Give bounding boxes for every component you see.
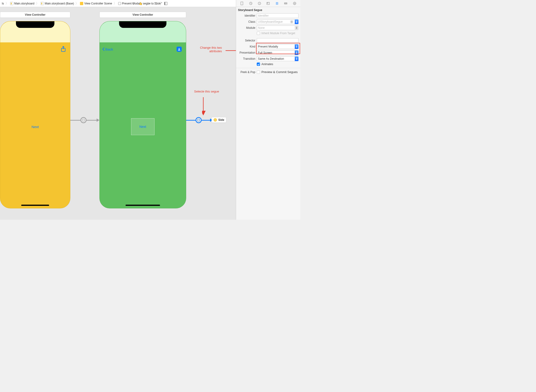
segue-kind-icon	[80, 117, 86, 123]
annotation-change-attributes: Change this two attributes	[200, 46, 222, 53]
segue-line	[186, 120, 196, 121]
dropdown-stepper-icon[interactable]	[295, 50, 298, 55]
clear-icon[interactable]: ✕	[290, 20, 293, 23]
inherit-module-checkbox[interactable]	[257, 32, 260, 35]
scene-icon	[80, 2, 83, 5]
dropdown-stepper-icon[interactable]	[295, 19, 298, 24]
storyboard-reference-side[interactable]: Side	[211, 117, 226, 123]
segue-kind-icon	[196, 117, 202, 123]
svg-text:?: ?	[259, 2, 260, 5]
dropdown-stepper-icon[interactable]	[295, 44, 298, 49]
warning-icon[interactable]	[138, 1, 143, 6]
breadcrumb-label: ls	[2, 2, 4, 5]
checkbox-label: Preview & Commit Segues	[261, 70, 298, 74]
identifier-row: Identifier	[236, 13, 300, 19]
adjust-editor-icon[interactable]	[163, 1, 168, 6]
download-icon[interactable]	[177, 47, 182, 52]
field-label: Peek & Pop	[238, 70, 255, 74]
segue-line	[86, 120, 97, 121]
module-row: Module None	[236, 25, 300, 31]
presentation-select[interactable]: Full Screen	[257, 50, 295, 55]
nav-back-button[interactable]	[131, 1, 136, 6]
notch-icon	[16, 21, 54, 28]
inspector-panel: ? Storyboard Segue Identifier Class UISt…	[236, 0, 300, 220]
device-frame: Next	[0, 21, 70, 208]
class-select[interactable]: UIStoryboardSegue ✕	[257, 19, 295, 24]
dropdown-stepper-icon[interactable]	[295, 56, 298, 61]
scene-view-controller-1[interactable]: View Controller Next	[0, 12, 70, 208]
help-inspector-tab[interactable]: ?	[257, 1, 262, 6]
module-select[interactable]: None	[257, 26, 295, 30]
divider	[161, 1, 161, 6]
arrow-right-icon	[97, 118, 99, 122]
segue-line	[202, 120, 210, 121]
chevron-right-icon: 〉	[74, 1, 80, 6]
annotation-line: attributes	[200, 49, 222, 53]
svg-rect-3	[164, 2, 165, 5]
divider	[236, 68, 300, 68]
preview-commit-checkbox[interactable]	[257, 70, 260, 74]
scene-title[interactable]: View Controller	[0, 12, 70, 18]
kind-row: Kind Present Modally	[236, 44, 300, 50]
field-label: Selector	[238, 39, 255, 42]
scene-view-controller-2[interactable]: View Controller Back Next	[99, 12, 186, 208]
transition-select[interactable]: Same As Destination	[257, 56, 295, 61]
annotation-select-segue: Selecte this segue	[194, 90, 219, 93]
outline-icon[interactable]	[153, 1, 158, 6]
inspector-section-title: Storyboard Segue	[236, 7, 300, 13]
field-label: Identifier	[238, 14, 255, 17]
class-value: UIStoryboardSegue	[258, 20, 282, 23]
segue-line	[70, 120, 80, 121]
storyboard-file-icon	[41, 2, 44, 5]
svg-rect-10	[267, 3, 268, 4]
dropdown-stepper-icon[interactable]	[295, 26, 298, 30]
back-label: Back	[105, 47, 113, 51]
size-inspector-tab[interactable]	[283, 1, 288, 6]
container-view[interactable]: Next	[131, 118, 154, 135]
peek-pop-row: Peek & Pop Preview & Commit Segues	[236, 70, 300, 75]
checkbox-label: Inherit Module From Target	[261, 32, 295, 35]
identifier-input[interactable]	[257, 13, 298, 18]
field-label: Kind	[238, 45, 255, 48]
svg-rect-5	[241, 2, 243, 5]
chevron-right-icon: 〉	[113, 1, 118, 6]
home-indicator-icon	[125, 205, 160, 206]
animates-checkbox[interactable]	[257, 62, 260, 66]
inspector-tab-bar: ?	[236, 0, 300, 7]
svg-rect-0	[140, 3, 141, 4]
back-button[interactable]: Back	[102, 47, 113, 51]
chevron-right-icon: 〉	[35, 1, 40, 6]
breadcrumb-item[interactable]: Main.storyboard (Base)	[40, 2, 75, 5]
share-icon[interactable]	[61, 46, 66, 53]
svg-rect-1	[140, 4, 141, 5]
selector-input[interactable]	[257, 38, 298, 43]
nav-forward-button[interactable]	[146, 1, 151, 6]
annotation-line: Change this two	[200, 46, 222, 49]
connections-inspector-tab[interactable]	[292, 1, 297, 6]
transition-row: Transition Same As Destination	[236, 56, 300, 62]
scene-title[interactable]: View Controller	[99, 12, 186, 18]
breadcrumb-item[interactable]: Main.storyboard	[10, 2, 35, 5]
file-inspector-tab[interactable]	[239, 1, 244, 6]
kind-select[interactable]: Present Modally	[257, 44, 295, 49]
home-indicator-icon	[21, 205, 49, 206]
breadcrumb-item[interactable]: ls	[1, 2, 5, 5]
attributes-inspector-tab[interactable]	[274, 1, 279, 6]
breadcrumb-label: Main.storyboard (Base)	[45, 2, 74, 5]
field-label: Module	[238, 26, 255, 29]
selector-row: Selector	[236, 37, 300, 44]
breadcrumb-item[interactable]: View Controller Scene	[80, 2, 113, 5]
segue-icon	[118, 2, 121, 5]
history-inspector-tab[interactable]	[248, 1, 253, 6]
storyboard-canvas[interactable]: View Controller Next View Controller Bac…	[0, 7, 236, 220]
field-label: Presentation	[238, 51, 255, 54]
storyboard-file-icon	[10, 2, 13, 5]
identity-inspector-tab[interactable]	[266, 1, 271, 6]
storyboard-reference-label: Side	[218, 118, 224, 121]
breadcrumb-label: View Controller Scene	[84, 2, 112, 5]
next-button[interactable]: Next	[139, 125, 146, 129]
notch-icon	[119, 21, 167, 28]
next-button[interactable]: Next	[32, 125, 39, 129]
segue-show[interactable]	[70, 116, 99, 125]
class-row: Class UIStoryboardSegue ✕	[236, 19, 300, 25]
